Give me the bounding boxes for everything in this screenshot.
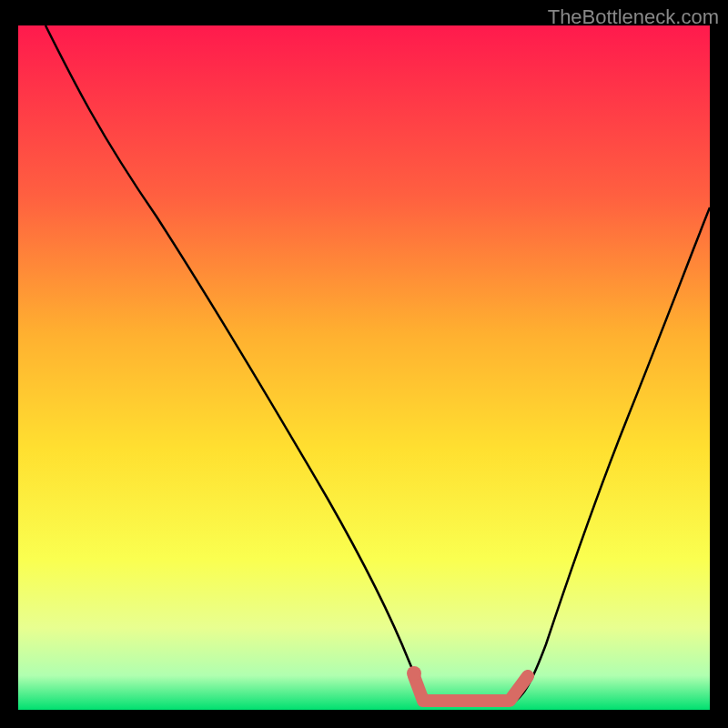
watermark-text: TheBottleneck.com <box>548 5 719 29</box>
chart-plot-area <box>18 25 710 710</box>
chart-svg <box>18 25 710 710</box>
gradient-background <box>18 25 710 710</box>
optimal-range-marker-start <box>407 666 421 681</box>
